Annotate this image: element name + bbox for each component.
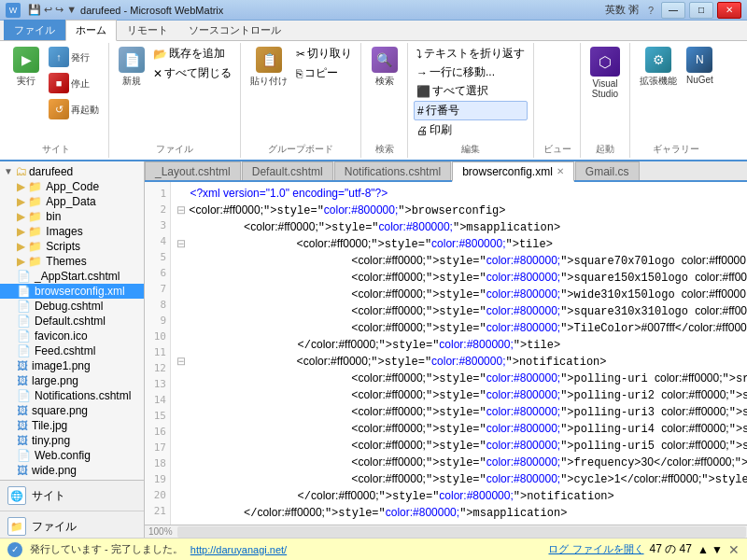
paste-icon: 📋 [256, 47, 282, 73]
sidebar-btn-ファイル[interactable]: 📁ファイル [0, 511, 144, 538]
status-arrows[interactable]: ▲ ▼ [698, 543, 723, 556]
tree-item[interactable]: ▶ 📁App_Code [0, 179, 144, 194]
new-label: 新規 [122, 75, 141, 88]
copy-button[interactable]: ⎘ コピー [293, 64, 355, 82]
close-button[interactable]: ✕ [717, 2, 741, 19]
editor-tab-Notifications_cshtml[interactable]: Notifications.cshtml [334, 161, 451, 180]
editor-tab-_Layout_cshtml[interactable]: _Layout.cshtml [145, 161, 241, 180]
titlebar-left: W 💾 ↩ ↪ ▼ darufeed - Microsoft WebMatrix [6, 3, 223, 18]
run-icon: ▶ [13, 47, 39, 73]
log-file-link[interactable]: ログ ファイルを開く [548, 542, 643, 556]
editor-tab-browserconfig_xml[interactable]: browserconfig.xml ✕ [452, 161, 574, 182]
select-all-button[interactable]: ⬛ すべて選択 [414, 82, 528, 100]
tree-item[interactable]: 🖼Tile.jpg [0, 418, 144, 433]
new-button[interactable]: 📄 新規 [115, 45, 148, 90]
tree-item-label: Images [46, 225, 82, 238]
tree-item[interactable]: 🖼square.png [0, 403, 144, 418]
goto-button[interactable]: → 一行に移動... [414, 63, 528, 81]
tree-item-label: tiny.png [32, 434, 70, 447]
nuget-label: NuGet [686, 75, 713, 85]
hscroll-track[interactable] [177, 526, 746, 538]
tree-root[interactable]: ▼ 🗂 darufeed [0, 163, 144, 179]
run-buttons: ▶ 実行 ↑ 発行 ■ 停止 ↺ 再起動 [9, 45, 103, 139]
delete-all-icon: ✕ [153, 67, 162, 80]
nuget-button[interactable]: N NuGet [683, 45, 717, 87]
run-button[interactable]: ▶ 実行 [9, 45, 43, 90]
view-group-label: ビュー [543, 139, 571, 156]
select-all-icon: ⬛ [416, 85, 430, 98]
status-link[interactable]: http://daruyanagi.net/ [190, 544, 287, 555]
statusbar-close[interactable]: ✕ [728, 542, 740, 557]
run-group-label: サイト [42, 139, 70, 156]
tree-item[interactable]: 📄Debug.cshtml [0, 299, 144, 314]
sidebar-btn-icon: 🌐 [7, 486, 26, 505]
line-num-button[interactable]: # 行番号 [414, 101, 528, 120]
tree-item[interactable]: 🖼tiny.png [0, 433, 144, 448]
ext-icon: ⚙ [645, 47, 671, 73]
file-icon: 📄 [17, 329, 31, 343]
paste-button[interactable]: 📋 貼り付け [247, 45, 291, 90]
copy-icon: ⎘ [296, 67, 303, 80]
vs-button[interactable]: ⬡ Visual Studio [586, 45, 624, 101]
tab-source-control[interactable]: ソースコントロール [178, 20, 291, 40]
tree-item[interactable]: 🖼large.png [0, 373, 144, 388]
tree-item[interactable]: ▶ 📁Themes [0, 254, 144, 269]
lang-indicator: 英数 粥 [605, 3, 639, 17]
maximize-button[interactable]: □ [689, 2, 713, 19]
extensions-button[interactable]: ⚙ 拡張機能 [636, 45, 681, 90]
tab-remote[interactable]: リモート [117, 20, 178, 40]
editor-tabs: _Layout.cshtmlDefault.cshtmlNotification… [145, 161, 747, 182]
tree-item[interactable]: 📄Web.config [0, 448, 144, 463]
tree-item[interactable]: 📄Default.cshtml [0, 314, 144, 329]
tab-label: browserconfig.xml [462, 165, 553, 178]
ribbon-group-find: 🔍 検索 検索 [361, 43, 408, 158]
editor-tab-Default_cshtml[interactable]: Default.cshtml [242, 161, 333, 180]
find-group-label: 検索 [375, 139, 394, 156]
restart-icon: ↺ [49, 99, 69, 119]
tab-file[interactable]: ファイル [4, 20, 65, 40]
print-button[interactable]: 🖨 印刷 [414, 121, 528, 139]
tab-label: _Layout.cshtml [155, 165, 231, 178]
sidebar-btns-container: 🌐サイト📁ファイル🗄データベース📊レポート [0, 481, 144, 538]
tree-item[interactable]: 📄browserconfig.xml [0, 284, 144, 299]
tree-item[interactable]: 🖼image1.png [0, 358, 144, 373]
ribbon-group-vs: ⬡ Visual Studio 起動 [581, 43, 630, 158]
tree-item[interactable]: 📄Feed.cshtml [0, 343, 144, 358]
publish-button[interactable]: ↑ 発行 [45, 45, 103, 69]
add-existing-button[interactable]: 📂 既存を追加 [150, 45, 234, 63]
tree-item[interactable]: ▶ 📁Images [0, 224, 144, 239]
status-right: ログ ファイルを開く 47 の 47 ▲ ▼ ✕ [548, 541, 740, 557]
help-icon[interactable]: ? [648, 5, 654, 16]
folder-icon: ▶ 📁 [17, 180, 42, 193]
delete-all-button[interactable]: ✕ すべて閉じる [150, 64, 234, 82]
sidebar-btn-icon: 📁 [7, 517, 26, 536]
cut-button[interactable]: ✂ 切り取り [293, 45, 355, 63]
stop-button[interactable]: ■ 停止 [45, 71, 103, 95]
horizontal-scrollbar[interactable]: 100% [145, 525, 747, 538]
find-button[interactable]: 🔍 検索 [368, 45, 402, 90]
tab-home[interactable]: ホーム [65, 20, 117, 41]
tree-item[interactable]: 📄favicon.ico [0, 329, 144, 343]
tree-item[interactable]: 📄_AppStart.cshtml [0, 269, 144, 284]
tree-item[interactable]: ▶ 📁Scripts [0, 239, 144, 254]
tree-item-label: Scripts [46, 240, 80, 253]
code-area[interactable]: 1 2 3 4 5 6 7 8 9 10 11 12 13 14 15 16 1… [145, 182, 747, 525]
nuget-icon: N [686, 47, 712, 73]
restart-button[interactable]: ↺ 再起動 [45, 97, 103, 121]
tab-close-btn[interactable]: ✕ [557, 166, 564, 176]
wordwrap-button[interactable]: ⤵ テキストを折り返す [414, 45, 528, 63]
wordwrap-icon: ⤵ [416, 48, 422, 61]
tree-item[interactable]: 📄Notifications.cshtml [0, 388, 144, 403]
editor-tab-Gmail_cs[interactable]: Gmail.cs [575, 161, 640, 180]
tree-item[interactable]: ▶ 📁bin [0, 209, 144, 224]
code-content[interactable]: <?xml version="1.0" encoding="utf-8"?> ⊟… [171, 182, 747, 525]
minimize-button[interactable]: — [661, 2, 685, 19]
clipboard-buttons: 📋 貼り付け ✂ 切り取り ⎘ コピー [247, 45, 355, 139]
tree-item[interactable]: 🖼wide.png [0, 463, 144, 478]
sidebar-btn-サイト[interactable]: 🌐サイト [0, 481, 144, 511]
image-icon: 🖼 [17, 464, 28, 477]
tree-item[interactable]: ▶ 📁App_Data [0, 194, 144, 209]
tree-item-label: _AppStart.cshtml [35, 270, 120, 283]
restart-label: 再起動 [71, 104, 99, 117]
status-icon: ✓ [7, 542, 22, 557]
